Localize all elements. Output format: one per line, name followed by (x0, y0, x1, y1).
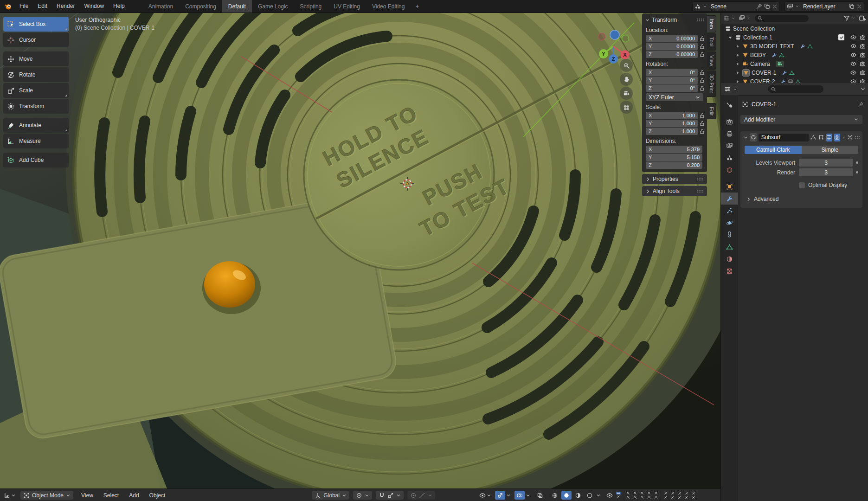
xray-toggle[interactable] (535, 491, 545, 500)
menu-window[interactable]: Window (79, 0, 109, 13)
collection-visibility-toggle[interactable] (616, 492, 622, 499)
scale-y-field[interactable]: Y1.000 (646, 120, 698, 127)
new-collection-icon[interactable] (859, 14, 866, 22)
modifier-drag-handle[interactable] (855, 135, 860, 139)
tab-physics-properties[interactable] (721, 217, 738, 229)
cage-display-toggle[interactable] (818, 134, 824, 141)
falloff-curve-icon[interactable] (419, 492, 425, 499)
simple-button[interactable]: Simple (802, 146, 859, 154)
axis-neg-y-ball[interactable] (622, 35, 629, 42)
outliner-row-camera[interactable]: Camera (721, 59, 868, 68)
collection-visibility-toggle[interactable] (663, 491, 669, 499)
outliner-row-cover-2[interactable]: COVER-2 (721, 77, 868, 83)
magnet-icon[interactable] (379, 492, 385, 499)
renderlayer-name-field[interactable]: RenderLayer (801, 3, 847, 10)
dimension-x-field[interactable]: X5.379 (646, 146, 702, 153)
chevron-down-icon[interactable] (596, 493, 601, 498)
proportional-edit-icon[interactable] (410, 492, 417, 499)
tab-3d-print[interactable]: 3D-Print (707, 71, 716, 96)
add-modifier-dropdown[interactable]: Add Modifier (740, 115, 863, 124)
collection-visibility-toggle[interactable] (653, 491, 659, 499)
menu-help[interactable]: Help (109, 0, 129, 13)
hide-eye-icon[interactable] (850, 34, 856, 40)
disable-render-icon[interactable] (860, 70, 866, 76)
tab-tool[interactable]: Tool (707, 33, 716, 50)
tab-scripting[interactable]: Scripting (294, 0, 328, 13)
shading-material-button[interactable] (573, 491, 583, 500)
tab-object-data-properties[interactable] (721, 241, 738, 253)
expand-arrow-icon[interactable] (735, 52, 740, 58)
chevron-down-icon[interactable] (851, 16, 855, 20)
optimal-display-checkbox[interactable] (799, 182, 805, 188)
scene-name-field[interactable]: Scene (709, 3, 754, 10)
tool-transform[interactable]: Transform (3, 99, 69, 114)
dimension-z-field[interactable]: Z0.200 (646, 161, 702, 169)
render-layers-icon[interactable] (787, 3, 793, 10)
tab-texture-properties[interactable] (721, 265, 738, 277)
add-workspace-button[interactable]: + (411, 0, 424, 13)
edit-mode-display-toggle[interactable] (810, 134, 817, 141)
menu-file[interactable]: File (15, 0, 33, 13)
outliner-row-3d-model-text[interactable]: 3D MODEL TEXT (721, 42, 868, 51)
lock-open-icon[interactable] (699, 44, 705, 50)
lock-open-icon[interactable] (699, 128, 705, 135)
chevron-down-icon[interactable] (743, 135, 748, 140)
chevron-down-icon[interactable] (506, 493, 511, 498)
tab-item[interactable]: Item (707, 15, 716, 32)
panel-drag-handle[interactable] (696, 189, 704, 193)
hide-eye-icon[interactable] (850, 70, 856, 76)
collection-visibility-toggle[interactable] (691, 491, 697, 499)
expand-arrow-icon[interactable] (735, 79, 740, 84)
chevron-down-icon[interactable] (733, 87, 737, 91)
modifier-name-input[interactable] (759, 134, 809, 141)
tab-object-properties[interactable] (721, 180, 738, 193)
animate-dot[interactable] (856, 171, 858, 173)
lock-open-icon[interactable] (699, 70, 705, 76)
outliner-search-input[interactable] (755, 15, 809, 22)
lock-open-icon[interactable] (699, 85, 705, 91)
disable-render-icon[interactable] (860, 43, 866, 49)
collection-visibility-toggle[interactable] (670, 491, 676, 499)
location-x-field[interactable]: X0.00000 (646, 35, 698, 42)
collection-visibility-toggle[interactable] (632, 491, 638, 499)
visibility-dropdown[interactable] (479, 492, 491, 499)
tab-compositing[interactable]: Compositing (179, 0, 222, 13)
tab-view[interactable]: View (707, 51, 716, 70)
snap-target-icon[interactable] (387, 492, 394, 499)
axis-ball[interactable] (610, 30, 619, 39)
tab-uv-editing[interactable]: UV Editing (328, 0, 366, 13)
expand-arrow-icon[interactable] (735, 61, 740, 67)
display-mode-icon[interactable] (723, 15, 730, 21)
chevron-down-icon[interactable] (526, 493, 530, 498)
show-gizmo-toggle[interactable] (495, 491, 505, 500)
rotation-z-field[interactable]: Z0° (646, 84, 698, 92)
chevron-down-icon[interactable] (396, 493, 401, 498)
viewport-3d[interactable]: HOLD TOSILENCE PUSHTO TEST HOLD TO SILEN… (0, 13, 720, 488)
expand-arrow-icon[interactable] (735, 70, 740, 76)
hide-eye-icon[interactable] (850, 52, 856, 58)
tab-edit[interactable]: Edit (707, 103, 716, 119)
camera-view-button[interactable] (620, 87, 633, 100)
outliner-row-cover-1[interactable]: COVER-1 (721, 68, 868, 77)
tool-add-cube[interactable]: Add Cube (3, 153, 69, 167)
collection-visibility-toggle[interactable] (684, 491, 690, 499)
new-scene-copy-icon[interactable] (764, 3, 770, 9)
collection-checkbox[interactable] (838, 34, 844, 40)
render-display-toggle[interactable] (834, 134, 840, 141)
tab-output-properties[interactable] (721, 128, 738, 140)
mode-dropdown[interactable]: Object Mode (20, 491, 73, 500)
advanced-subpanel[interactable]: Advanced (746, 196, 862, 202)
delete-modifier-icon[interactable] (847, 135, 853, 140)
new-layer-copy-icon[interactable] (849, 3, 855, 9)
tab-view-layer-properties[interactable] (721, 140, 738, 152)
panel-drag-handle[interactable] (696, 177, 704, 181)
chevron-down-icon[interactable] (746, 16, 751, 20)
animate-dot[interactable] (856, 161, 858, 164)
scale-z-field[interactable]: Z1.000 (646, 128, 698, 135)
tab-scene-properties[interactable] (721, 152, 738, 164)
modifier-extras-chevron-icon[interactable] (842, 135, 846, 140)
catmull-clark-button[interactable]: Catmull-Clark (745, 146, 802, 154)
disable-render-icon[interactable] (860, 78, 866, 83)
menu-add[interactable]: Add (124, 492, 144, 499)
tab-particle-properties[interactable] (721, 205, 738, 217)
